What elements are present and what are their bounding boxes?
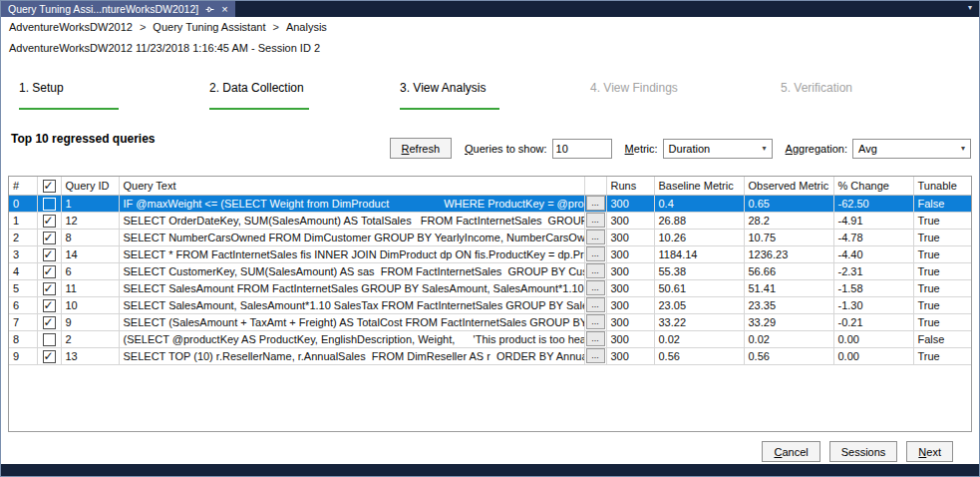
tab-list-dropdown-icon[interactable]: ▾ <box>968 3 972 12</box>
queries-to-show-input[interactable] <box>552 139 612 159</box>
row-pct-change: -1.30 <box>833 296 913 313</box>
sessions-button[interactable]: Sessions <box>829 441 898 462</box>
row-details-cell: ... <box>584 313 606 330</box>
row-runs: 300 <box>606 195 654 212</box>
aggregation-dropdown-value: Avg <box>858 143 877 155</box>
row-details-button[interactable]: ... <box>586 246 605 261</box>
step-progress-underline <box>19 108 119 110</box>
table-row[interactable]: 112SELECT OrderDateKey, SUM(SalesAmount)… <box>9 212 972 229</box>
aggregation-dropdown[interactable]: Avg ▾ <box>852 139 971 159</box>
row-details-button[interactable]: ... <box>586 230 605 244</box>
row-query-text: SELECT SalesAmount FROM FactInternetSale… <box>119 279 584 296</box>
tab-title: Query Tuning Assi...ntureWorksDW2012] <box>8 3 198 15</box>
row-query-text: (SELECT @productKey AS ProductKey, Engli… <box>119 330 584 347</box>
breadcrumb-item-database[interactable]: AdventureWorksDW2012 <box>9 21 133 33</box>
close-icon[interactable]: × <box>221 4 227 14</box>
row-pct-change: -4.40 <box>833 245 913 262</box>
metric-label: Metric: <box>625 143 658 155</box>
row-query-id: 8 <box>61 229 119 245</box>
row-query-text: SELECT NumberCarsOwned FROM DimCustomer … <box>119 229 584 245</box>
table-row[interactable]: 28SELECT NumberCarsOwned FROM DimCustome… <box>9 229 972 245</box>
row-observed-metric: 56.66 <box>744 262 833 279</box>
table-row[interactable]: 314SELECT * FROM FactInternetSales fis I… <box>9 245 972 262</box>
row-query-id: 9 <box>61 313 119 330</box>
row-checkbox[interactable] <box>43 350 56 363</box>
table-row[interactable]: 511SELECT SalesAmount FROM FactInternetS… <box>9 279 972 296</box>
row-baseline-metric: 0.4 <box>654 195 744 212</box>
breadcrumb-item-assistant[interactable]: Query Tuning Assistant <box>153 21 265 33</box>
row-details-button[interactable]: ... <box>586 314 605 329</box>
breadcrumb-item-analysis[interactable]: Analysis <box>286 21 327 33</box>
row-checkbox[interactable] <box>43 248 56 261</box>
row-details-button[interactable]: ... <box>586 297 605 312</box>
row-runs: 300 <box>606 245 654 262</box>
row-details-button[interactable]: ... <box>586 280 605 295</box>
breadcrumb: AdventureWorksDW2012>Query Tuning Assist… <box>1 17 979 33</box>
row-checkbox[interactable] <box>43 299 56 312</box>
col-header-observed-metric: Observed Metric <box>744 177 833 195</box>
row-index: 0 <box>9 195 37 212</box>
row-baseline-metric: 0.56 <box>654 347 744 364</box>
next-button[interactable]: Next <box>906 441 953 462</box>
table-row[interactable]: 913SELECT TOP (10) r.ResellerName, r.Ann… <box>9 347 972 364</box>
row-checkbox[interactable] <box>43 333 56 346</box>
select-all-checkbox[interactable] <box>43 180 56 193</box>
row-details-cell: ... <box>584 330 606 347</box>
row-query-id: 12 <box>61 212 119 229</box>
col-header-index: # <box>9 177 37 195</box>
row-checkbox[interactable] <box>43 282 56 295</box>
wizard-step-data-collection[interactable]: 2. Data Collection <box>209 78 400 110</box>
row-query-id: 2 <box>61 330 119 347</box>
row-query-text: SELECT TOP (10) r.ResellerName, r.Annual… <box>119 347 584 364</box>
table-row[interactable]: 79SELECT (SalesAmount + TaxAmt + Freight… <box>9 313 972 330</box>
wizard-step-verification[interactable]: 5. Verification <box>781 78 971 110</box>
row-pct-change: 0.00 <box>833 330 913 347</box>
row-pct-change: -62.50 <box>833 195 913 212</box>
row-runs: 300 <box>606 279 654 296</box>
row-checkbox-cell <box>37 245 61 262</box>
row-checkbox-cell <box>37 296 61 313</box>
row-details-button[interactable]: ... <box>586 213 605 228</box>
row-observed-metric: 0.65 <box>744 195 833 212</box>
row-query-id: 11 <box>61 279 119 296</box>
row-checkbox[interactable] <box>43 265 56 278</box>
table-row[interactable]: 01IF @maxWeight <= (SELECT Weight from D… <box>9 195 972 212</box>
wizard-step-view-findings[interactable]: 4. View Findings <box>590 78 781 110</box>
row-details-button[interactable]: ... <box>586 348 605 363</box>
col-header-details <box>584 177 606 195</box>
row-query-id: 6 <box>61 262 119 279</box>
row-observed-metric: 28.2 <box>744 212 833 229</box>
metric-dropdown[interactable]: Duration ▾ <box>663 139 773 159</box>
row-baseline-metric: 55.38 <box>654 262 744 279</box>
row-observed-metric: 1236.23 <box>744 245 833 262</box>
row-tunable: True <box>913 212 972 229</box>
table-row[interactable]: 46SELECT CustomerKey, SUM(SalesAmount) A… <box>9 262 972 279</box>
row-details-button[interactable]: ... <box>586 196 605 211</box>
row-checkbox[interactable] <box>43 215 56 228</box>
footer-buttons: Cancel Sessions Next <box>1 441 953 462</box>
row-checkbox[interactable] <box>43 232 56 244</box>
chevron-down-icon: ▾ <box>956 144 970 153</box>
pin-icon[interactable] <box>205 5 214 14</box>
wizard-step-view-analysis[interactable]: 3. View Analysis <box>400 78 590 110</box>
cancel-button[interactable]: Cancel <box>762 441 819 462</box>
row-details-button[interactable]: ... <box>586 263 605 278</box>
row-tunable: True <box>913 245 972 262</box>
wizard-step-setup[interactable]: 1. Setup <box>19 78 209 110</box>
row-observed-metric: 10.75 <box>744 229 833 245</box>
wizard-steps: 1. Setup 2. Data Collection 3. View Anal… <box>19 78 971 110</box>
row-checkbox[interactable] <box>43 198 56 211</box>
table-row[interactable]: 610SELECT SalesAmount, SalesAmount*1.10 … <box>9 296 972 313</box>
grid-toolbar: Top 10 regressed queries Refresh Queries… <box>11 130 971 159</box>
row-checkbox[interactable] <box>43 316 56 329</box>
table-row[interactable]: 82(SELECT @productKey AS ProductKey, Eng… <box>9 330 972 347</box>
row-observed-metric: 0.56 <box>744 347 833 364</box>
row-pct-change: -1.58 <box>833 279 913 296</box>
row-checkbox-cell <box>37 212 61 229</box>
refresh-button[interactable]: Refresh <box>390 138 453 159</box>
row-baseline-metric: 1184.14 <box>654 245 744 262</box>
document-tab[interactable]: Query Tuning Assi...ntureWorksDW2012] × <box>1 1 235 17</box>
row-details-button[interactable]: ... <box>586 331 605 346</box>
row-details-cell: ... <box>584 296 606 313</box>
query-tuning-assistant-window: Query Tuning Assi...ntureWorksDW2012] × … <box>0 0 980 477</box>
